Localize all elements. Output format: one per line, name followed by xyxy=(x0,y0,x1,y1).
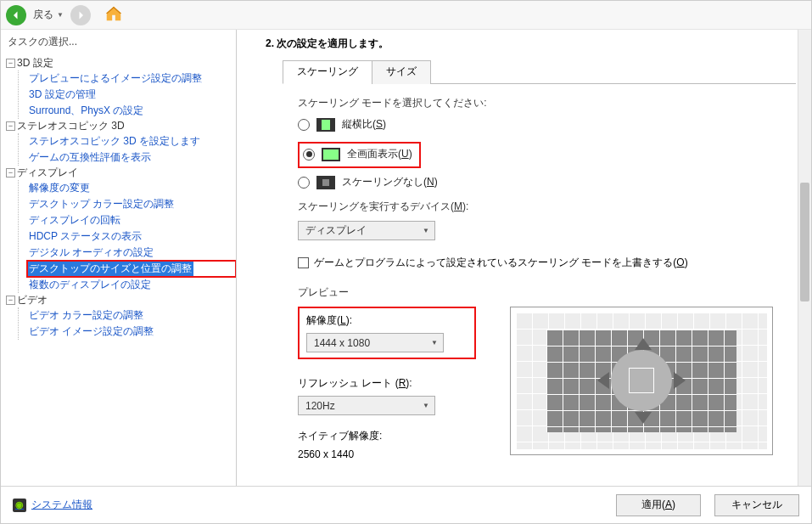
collapse-icon[interactable]: − xyxy=(6,296,15,305)
chevron-down-icon: ▼ xyxy=(431,339,438,347)
footer: ◉ システム情報 適用(A) キャンセル xyxy=(1,486,811,523)
tree-leaf[interactable]: Surround、PhysX の設定 xyxy=(27,103,145,119)
resolution-label: 解像度(L): xyxy=(306,313,468,328)
chevron-down-icon: ▼ xyxy=(423,227,429,234)
refresh-label: リフレッシュ レート (R): xyxy=(298,376,476,391)
chevron-down-icon: ▼ xyxy=(423,402,429,409)
collapse-icon[interactable]: − xyxy=(6,121,15,131)
preview-label: プレビュー xyxy=(298,285,796,300)
aspect-icon xyxy=(316,118,335,132)
tab-size[interactable]: サイズ xyxy=(372,60,431,84)
radio-icon xyxy=(298,119,310,131)
step-heading: 2. 次の設定を適用します。 xyxy=(266,37,796,51)
tree-group-video[interactable]: −ビデオ xyxy=(6,293,236,307)
collapse-icon[interactable]: − xyxy=(6,168,15,177)
radio-icon xyxy=(298,177,310,189)
back-button[interactable] xyxy=(6,5,26,25)
tree-leaf[interactable]: プレビューによるイメージ設定の調整 xyxy=(27,70,204,87)
checkbox-icon xyxy=(298,257,309,268)
tree-leaf[interactable]: デスクトップ カラー設定の調整 xyxy=(27,196,176,212)
home-button[interactable] xyxy=(104,4,123,25)
fullscreen-icon xyxy=(322,148,340,161)
tab-scaling[interactable]: スケーリング xyxy=(283,60,372,84)
back-history-dropdown[interactable]: ▼ xyxy=(57,11,64,19)
system-info-link[interactable]: ◉ システム情報 xyxy=(13,498,92,512)
tree-leaf[interactable]: デジタル オーディオの設定 xyxy=(27,245,155,261)
tree-leaf[interactable]: ビデオ イメージ設定の調整 xyxy=(27,324,155,340)
scaling-tabs: スケーリング サイズ xyxy=(283,59,796,84)
scaling-device-label: スケーリングを実行するデバイス(M): xyxy=(298,200,796,214)
resolution-select[interactable]: 1444 x 1080 ▼ xyxy=(306,333,444,352)
tree-leaf[interactable]: ディスプレイの回転 xyxy=(27,212,122,228)
scrollbar-thumb[interactable] xyxy=(800,183,809,301)
tree-leaf[interactable]: 解像度の変更 xyxy=(27,180,92,196)
tree-leaf[interactable]: ゲームの互換性評価を表示 xyxy=(27,149,153,166)
native-res-value: 2560 x 1440 xyxy=(298,448,476,460)
scaling-device-select[interactable]: ディスプレイ ▼ xyxy=(298,221,435,240)
content-pane: 2. 次の設定を適用します。 スケーリング サイズ スケーリング モードを選択し… xyxy=(237,30,811,486)
radio-icon xyxy=(303,149,315,161)
nvidia-icon: ◉ xyxy=(13,499,26,512)
apply-button[interactable]: 適用(A) xyxy=(616,494,701,516)
radio-no-scaling[interactable]: スケーリングなし(N) xyxy=(298,175,796,189)
sidebar-title: タスクの選択... xyxy=(1,30,236,54)
tree-leaf[interactable]: HDCP ステータスの表示 xyxy=(27,228,143,245)
sidebar: タスクの選択... −3D 設定 プレビューによるイメージ設定の調整 3D 設定… xyxy=(1,30,237,486)
main-split: タスクの選択... −3D 設定 プレビューによるイメージ設定の調整 3D 設定… xyxy=(1,30,811,486)
forward-button[interactable] xyxy=(70,5,91,25)
radio-aspect-ratio[interactable]: 縦横比(S) xyxy=(298,117,796,132)
scaling-mode-label: スケーリング モードを選択してください: xyxy=(298,96,796,110)
back-label[interactable]: 戻る xyxy=(33,8,53,22)
scrollbar[interactable] xyxy=(798,30,811,486)
toolbar: 戻る ▼ xyxy=(1,1,811,30)
override-checkbox-row[interactable]: ゲームとプログラムによって設定されているスケーリング モードを上書きする(O) xyxy=(298,256,796,270)
radio-fullscreen[interactable]: 全画面表示(U) xyxy=(303,147,412,161)
cancel-button[interactable]: キャンセル xyxy=(714,494,799,516)
tree-group-stereo[interactable]: −ステレオスコピック 3D xyxy=(6,119,236,133)
tree-leaf[interactable]: ステレオスコピック 3D を設定します xyxy=(27,133,202,149)
tree-leaf[interactable]: ビデオ カラー設定の調整 xyxy=(27,307,145,324)
tree-group-3d[interactable]: −3D 設定 xyxy=(6,56,236,70)
refresh-select[interactable]: 120Hz ▼ xyxy=(298,396,435,415)
radio-fullscreen-highlight: 全画面表示(U) xyxy=(298,142,421,168)
tree-group-display[interactable]: −ディスプレイ xyxy=(6,166,236,180)
preview-image xyxy=(510,307,773,455)
noscale-icon xyxy=(316,176,335,189)
native-res-label: ネイティブ解像度: xyxy=(298,429,476,443)
tree-leaf[interactable]: 3D 設定の管理 xyxy=(27,87,98,103)
collapse-icon[interactable]: − xyxy=(6,59,15,68)
tree-leaf[interactable]: 複数のディスプレイの設定 xyxy=(27,277,153,293)
tree-leaf-selected[interactable]: デスクトップのサイズと位置の調整 xyxy=(27,261,193,277)
task-tree: −3D 設定 プレビューによるイメージ設定の調整 3D 設定の管理 Surrou… xyxy=(1,54,236,486)
